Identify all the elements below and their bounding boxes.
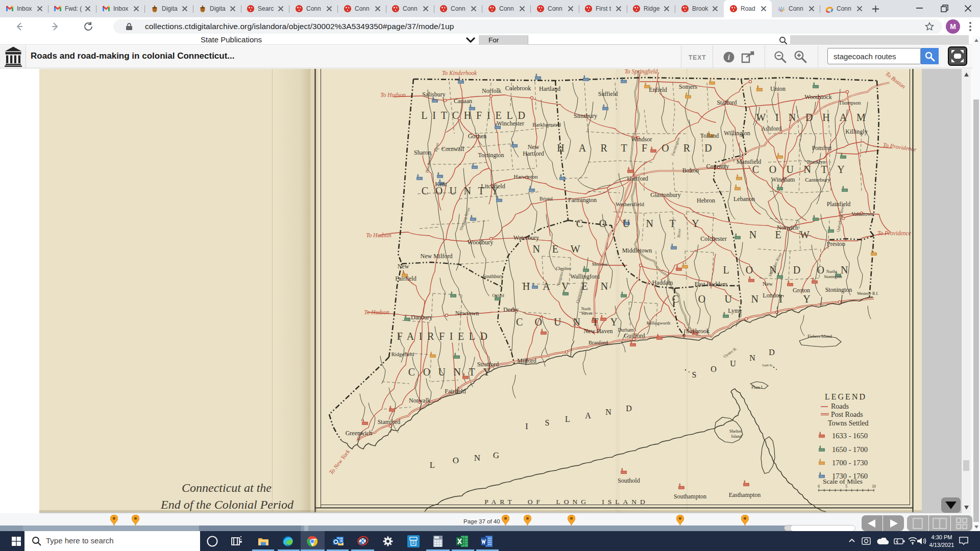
svg-text:COUNTY: COUNTY xyxy=(516,316,629,328)
svg-text:Colebrook: Colebrook xyxy=(505,85,531,92)
svg-text:To Providence: To Providence xyxy=(877,230,911,236)
svg-text:LONDON: LONDON xyxy=(723,264,864,276)
svg-text:Canterbury: Canterbury xyxy=(805,177,830,183)
svg-text:Waterbury: Waterbury xyxy=(513,234,539,241)
svg-text:Simsbury: Simsbury xyxy=(574,112,597,119)
svg-text:Greenwich: Greenwich xyxy=(346,430,373,437)
svg-text:Guilford: Guilford xyxy=(624,332,645,339)
svg-text:Groton: Groton xyxy=(793,287,810,294)
svg-text:Stafford: Stafford xyxy=(717,99,737,106)
svg-text:HARTFORD: HARTFORD xyxy=(557,142,726,154)
svg-text:Salisbury: Salisbury xyxy=(422,91,445,98)
svg-text:NEW: NEW xyxy=(749,229,828,240)
svg-text:LITCHFIELD: LITCHFIELD xyxy=(421,110,530,121)
svg-text:Scale of Miles: Scale of Miles xyxy=(823,478,863,485)
svg-text:COUNTY: COUNTY xyxy=(422,185,505,196)
svg-text:5: 5 xyxy=(845,484,847,489)
svg-text:To Springfield: To Springfield xyxy=(624,69,657,75)
svg-text:Woodstock: Woodstock xyxy=(804,93,832,101)
svg-text:D: D xyxy=(626,404,632,413)
svg-text:Gull Is.: Gull Is. xyxy=(763,363,773,367)
svg-text:Suffield: Suffield xyxy=(598,90,618,97)
svg-text:Roads: Roads xyxy=(831,403,849,410)
svg-text:Southold: Southold xyxy=(618,477,640,484)
svg-text:L: L xyxy=(565,415,570,423)
svg-text:Lebanon: Lebanon xyxy=(733,195,755,203)
svg-text:COUNTY: COUNTY xyxy=(672,293,829,305)
svg-text:Barkhamsted: Barkhamsted xyxy=(532,122,561,128)
svg-text:G: G xyxy=(493,450,499,460)
svg-text:Norfolk: Norfolk xyxy=(482,87,501,94)
svg-text:To Hudson: To Hudson xyxy=(380,92,406,98)
svg-text:Middletown: Middletown xyxy=(622,247,652,254)
svg-text:Thompson: Thompson xyxy=(839,100,861,106)
svg-text:Goshen: Goshen xyxy=(468,133,487,140)
svg-text:Durham: Durham xyxy=(618,328,634,333)
svg-text:Derby: Derby xyxy=(503,306,519,313)
svg-text:Ridgefield: Ridgefield xyxy=(391,352,414,357)
svg-text:Towns Settled: Towns Settled xyxy=(828,419,869,427)
svg-text:Island: Island xyxy=(731,434,743,439)
svg-text:To Hudson: To Hudson xyxy=(364,309,389,315)
svg-text:O: O xyxy=(453,456,459,465)
svg-text:HAVEN: HAVEN xyxy=(523,281,621,292)
svg-text:A: A xyxy=(585,411,591,420)
svg-text:Westerly R.I.: Westerly R.I. xyxy=(857,291,878,296)
svg-text:Farmington: Farmington xyxy=(568,196,597,204)
svg-text:Preston: Preston xyxy=(827,240,845,247)
svg-text:Southampton: Southampton xyxy=(674,493,706,500)
svg-text:Wallingford: Wallingford xyxy=(570,273,600,280)
svg-text:Haven: Haven xyxy=(582,311,593,316)
svg-text:S: S xyxy=(692,370,697,379)
svg-text:Lyme: Lyme xyxy=(728,307,742,314)
svg-text:1633 - 1650: 1633 - 1650 xyxy=(832,432,868,440)
svg-text:Killingworth: Killingworth xyxy=(647,320,671,325)
svg-text:Fairfield: Fairfield xyxy=(445,388,465,395)
svg-text:COUNTY: COUNTY xyxy=(408,366,498,378)
svg-text:N: N xyxy=(474,453,480,463)
svg-text:Coventry: Coventry xyxy=(706,163,729,170)
svg-text:Hebron: Hebron xyxy=(697,197,715,204)
svg-text:Branford: Branford xyxy=(589,340,608,345)
svg-text:Easthampton: Easthampton xyxy=(729,491,761,498)
svg-text:East Haddam: East Haddam xyxy=(695,281,728,288)
svg-text:Somers: Somers xyxy=(679,83,697,90)
svg-text:Milford: Milford xyxy=(517,357,536,364)
svg-text:U: U xyxy=(730,359,736,368)
svg-text:To Hudson: To Hudson xyxy=(366,232,391,238)
svg-text:Plum I.: Plum I. xyxy=(751,385,764,390)
svg-text:Colchester: Colchester xyxy=(700,235,726,242)
svg-text:Saybrook: Saybrook xyxy=(686,328,709,335)
svg-text:Plainfield: Plainfield xyxy=(827,201,851,208)
svg-text:Windham: Windham xyxy=(771,176,796,183)
svg-text:New: New xyxy=(528,143,540,151)
svg-text:10: 10 xyxy=(872,484,876,489)
svg-text:New: New xyxy=(763,281,773,287)
svg-text:Bolton: Bolton xyxy=(682,167,699,174)
svg-text:Stamford: Stamford xyxy=(378,418,401,425)
svg-text:COUNTY: COUNTY xyxy=(576,218,715,229)
svg-text:D: D xyxy=(769,348,775,357)
svg-text:Shelter: Shelter xyxy=(729,429,742,434)
svg-text:Cornwall: Cornwall xyxy=(442,145,464,153)
svg-text:New Haven: New Haven xyxy=(584,328,613,335)
svg-text:Union: Union xyxy=(770,85,786,92)
svg-text:North: North xyxy=(581,307,591,311)
svg-text:Enfield: Enfield xyxy=(649,86,667,93)
svg-text:Oxford: Oxford xyxy=(492,293,504,298)
svg-text:Haddam: Haddam xyxy=(652,279,673,286)
svg-text:Post Roads: Post Roads xyxy=(831,411,863,418)
svg-text:1650 - 1700: 1650 - 1700 xyxy=(832,445,868,454)
svg-text:Southbury: Southbury xyxy=(483,274,503,279)
svg-text:Hartland: Hartland xyxy=(539,85,560,92)
svg-text:0: 0 xyxy=(818,484,820,489)
svg-text:Meriden: Meriden xyxy=(592,262,608,267)
svg-text:Ashford: Ashford xyxy=(761,125,781,132)
svg-text:Torrington: Torrington xyxy=(478,152,504,159)
svg-text:Norwalk: Norwalk xyxy=(409,397,430,404)
svg-text:Wethersfield: Wethersfield xyxy=(616,201,644,207)
svg-text:NEW: NEW xyxy=(532,243,592,255)
svg-text:L: L xyxy=(430,460,435,470)
svg-text:Pomfret: Pomfret xyxy=(812,144,832,152)
svg-text:Killingly: Killingly xyxy=(845,128,867,135)
